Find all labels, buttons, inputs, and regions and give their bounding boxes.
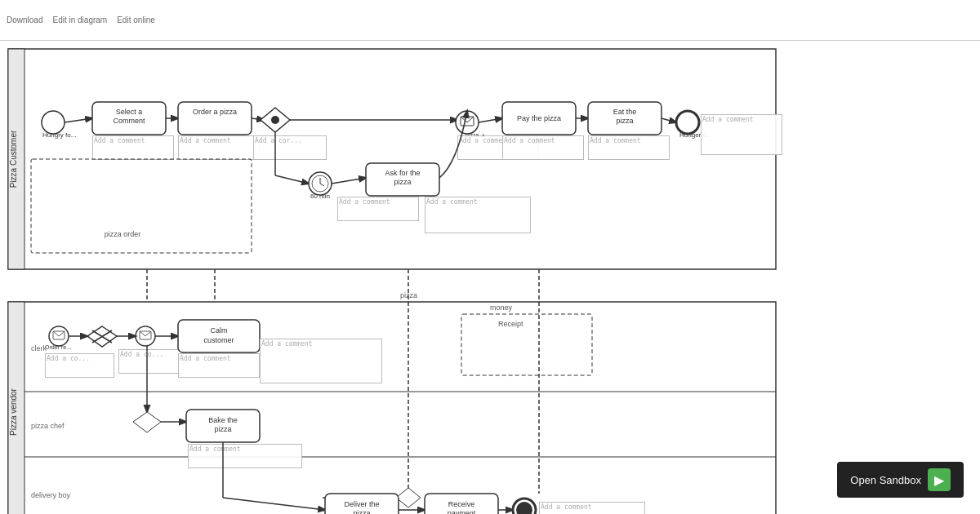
toolbar-download[interactable]: Download bbox=[7, 16, 42, 24]
money-label: money bbox=[490, 304, 513, 312]
comment-bake[interactable]: Add a comment bbox=[188, 444, 302, 468]
lane-chef: pizza chef bbox=[31, 422, 65, 430]
pool-label-pizza-customer: Pizza Customer bbox=[9, 130, 18, 188]
end-event-hunger[interactable] bbox=[676, 111, 699, 134]
task-ask-label2: pizza bbox=[394, 178, 411, 186]
toolbar: Download Edit in diagram Edit online bbox=[0, 0, 980, 41]
comment-gateway[interactable]: Add a cor... bbox=[253, 135, 327, 160]
comment-order[interactable]: Add a comment bbox=[178, 135, 260, 160]
comment-ask[interactable]: Add a comment bbox=[337, 197, 419, 221]
task-order-label1: Order a pizza bbox=[193, 108, 237, 116]
task-eat-label1: Eat the bbox=[613, 108, 637, 116]
receipt-label: Receipt bbox=[498, 320, 523, 328]
clerk-start-label: Order re... bbox=[45, 344, 71, 350]
task-pay-label: Pay the pizza bbox=[517, 114, 561, 122]
comment-pay[interactable]: Add a comment bbox=[502, 135, 584, 160]
task-receive-label1: Receive bbox=[448, 500, 475, 508]
comment-clerk-int[interactable]: Add a co... bbox=[118, 349, 184, 374]
task-select-label1: Select a bbox=[116, 108, 143, 116]
start-event-label: Hungry fo... bbox=[42, 131, 76, 139]
bpmn-svg: Pizza Customer Hungry fo... Select a Com… bbox=[0, 41, 947, 514]
task-eat-label2: pizza bbox=[616, 117, 633, 125]
sandbox-label: Open Sandbox bbox=[850, 474, 921, 486]
task-calm-label2: customer bbox=[203, 336, 234, 344]
comment-clerk-start[interactable]: Add a co... bbox=[45, 353, 114, 378]
pool-label-pizza-vendor: Pizza vendor bbox=[9, 388, 18, 435]
lane-delivery: delivery boy bbox=[31, 491, 71, 499]
comment-hunger[interactable]: Add a comment bbox=[701, 114, 782, 155]
task-deliver-label2: pizza bbox=[353, 509, 370, 514]
comment-ask2[interactable]: Add a comment bbox=[425, 197, 531, 233]
subprocess-label: pizza order bbox=[105, 230, 141, 238]
comment-end-delivery[interactable]: Add a comment bbox=[539, 502, 645, 514]
task-calm-label1: Calm bbox=[210, 326, 227, 335]
task-ask-label1: Ask for the bbox=[385, 169, 420, 177]
toolbar-edit-diagram[interactable]: Edit in diagram bbox=[52, 16, 107, 24]
comment-select[interactable]: Add a comment bbox=[92, 135, 174, 160]
start-event-hungry[interactable] bbox=[42, 111, 65, 134]
task-bake-label1: Bake the bbox=[208, 416, 238, 424]
comment-calm[interactable]: Add a comment bbox=[178, 353, 260, 378]
task-order[interactable] bbox=[178, 102, 252, 135]
comment-eat[interactable]: Add a comment bbox=[588, 135, 670, 160]
svg-rect-21 bbox=[8, 302, 776, 514]
comment-calm2[interactable]: Add a comment bbox=[260, 339, 382, 383]
main-canvas: Download Edit in diagram Edit online Piz… bbox=[0, 0, 980, 514]
sandbox-icon: ▶ bbox=[928, 468, 951, 491]
task-select-label2: Comment bbox=[113, 117, 145, 125]
task-receive-label2: payment bbox=[448, 509, 476, 514]
task-deliver-label1: Deliver the bbox=[344, 500, 379, 508]
timer-label: 60 min bbox=[310, 193, 330, 200]
open-sandbox-button[interactable]: Open Sandbox ▶ bbox=[837, 462, 964, 498]
diagram-area[interactable]: Pizza Customer Hungry fo... Select a Com… bbox=[0, 41, 980, 514]
connector-pizza-label: pizza bbox=[400, 291, 417, 299]
svg-point-5 bbox=[271, 116, 279, 124]
task-bake-label2: pizza bbox=[214, 425, 231, 433]
toolbar-edit-online[interactable]: Edit online bbox=[117, 16, 155, 24]
